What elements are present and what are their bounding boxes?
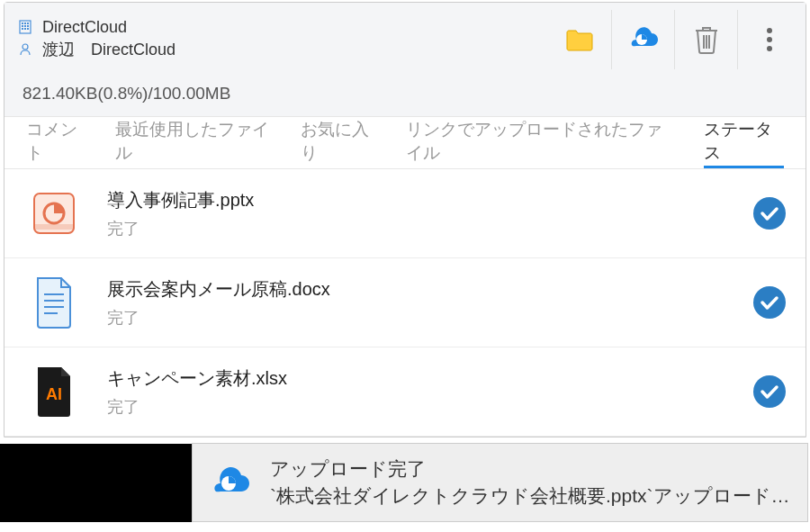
- app-window: DirectCloud 渡辺 DirectCloud 82: [4, 2, 806, 437]
- cloud-button[interactable]: [611, 10, 674, 69]
- background-black-bar: [0, 444, 193, 522]
- file-row[interactable]: AI キャンペーン素材.xlsx 完了: [4, 347, 806, 437]
- svg-rect-2: [24, 23, 26, 24]
- check-complete-icon: [753, 375, 786, 408]
- upload-toast[interactable]: アップロード完了 `株式会社ダイレクトクラウド会社概要.pptx`アップロード…: [192, 443, 808, 522]
- file-name: キャンペーン素材.xlsx: [107, 366, 728, 391]
- toast-title: アップロード完了: [270, 456, 793, 482]
- file-row[interactable]: 導入事例記事.pptx 完了: [4, 169, 806, 258]
- storage-usage: 821.40KB(0.8%)/100.00MB: [4, 73, 806, 117]
- svg-rect-6: [27, 25, 29, 27]
- toolbar: [548, 10, 800, 69]
- svg-rect-20: [34, 224, 74, 230]
- trash-button[interactable]: [674, 10, 737, 69]
- docx-icon: [26, 275, 82, 330]
- pptx-icon: [26, 185, 82, 241]
- svg-point-16: [767, 37, 772, 42]
- svg-rect-1: [22, 23, 23, 24]
- tab-status[interactable]: ステータス: [704, 117, 784, 168]
- svg-point-28: [753, 375, 786, 408]
- file-status: 完了: [107, 396, 728, 418]
- toast-message: `株式会社ダイレクトクラウド会社概要.pptx`アップロード…: [270, 483, 793, 509]
- svg-rect-3: [27, 23, 29, 24]
- tab-recent[interactable]: 最近使用したファイル: [115, 117, 275, 168]
- file-list: 導入事例記事.pptx 完了 展示会案内メール原稿.docx 完了 AI: [4, 169, 806, 437]
- account-block: DirectCloud 渡辺 DirectCloud: [17, 18, 548, 62]
- svg-point-26: [753, 286, 786, 319]
- folder-button[interactable]: [548, 10, 611, 69]
- building-icon: [17, 19, 33, 35]
- app-name: DirectCloud: [42, 18, 127, 37]
- tab-favorites[interactable]: お気に入り: [301, 117, 381, 168]
- svg-rect-9: [27, 28, 29, 30]
- file-row[interactable]: 展示会案内メール原稿.docx 完了: [4, 258, 806, 347]
- svg-text:AI: AI: [46, 385, 62, 403]
- user-icon: [17, 41, 33, 58]
- svg-rect-5: [24, 25, 26, 27]
- cloud-icon: [207, 459, 254, 506]
- svg-rect-7: [22, 28, 23, 30]
- ai-icon: AI: [26, 364, 82, 419]
- file-status: 完了: [107, 307, 728, 329]
- check-complete-icon: [753, 197, 786, 230]
- svg-point-17: [767, 46, 772, 51]
- file-name: 展示会案内メール原稿.docx: [107, 277, 728, 302]
- file-text: 展示会案内メール原稿.docx 完了: [107, 277, 728, 329]
- user-name: 渡辺 DirectCloud: [42, 39, 176, 60]
- tabs: コメント 最近使用したファイル お気に入り リンクでアップロードされたファイル …: [4, 117, 806, 169]
- file-status: 完了: [107, 218, 728, 239]
- check-complete-icon: [753, 286, 786, 319]
- account-row-app: DirectCloud: [17, 18, 548, 37]
- tab-comments[interactable]: コメント: [26, 117, 90, 168]
- account-row-user: 渡辺 DirectCloud: [17, 39, 548, 60]
- toast-text: アップロード完了 `株式会社ダイレクトクラウド会社概要.pptx`アップロード…: [270, 456, 793, 509]
- header: DirectCloud 渡辺 DirectCloud: [4, 3, 806, 73]
- svg-rect-4: [22, 25, 23, 27]
- svg-point-21: [753, 197, 786, 230]
- file-name: 導入事例記事.pptx: [107, 188, 728, 212]
- svg-rect-8: [24, 28, 26, 30]
- tab-link-uploads[interactable]: リンクでアップロードされたファイル: [406, 117, 679, 168]
- more-button[interactable]: [737, 10, 800, 69]
- file-text: キャンペーン素材.xlsx 完了: [107, 366, 728, 418]
- file-text: 導入事例記事.pptx 完了: [107, 188, 728, 239]
- svg-point-15: [767, 28, 772, 33]
- svg-point-10: [22, 44, 28, 50]
